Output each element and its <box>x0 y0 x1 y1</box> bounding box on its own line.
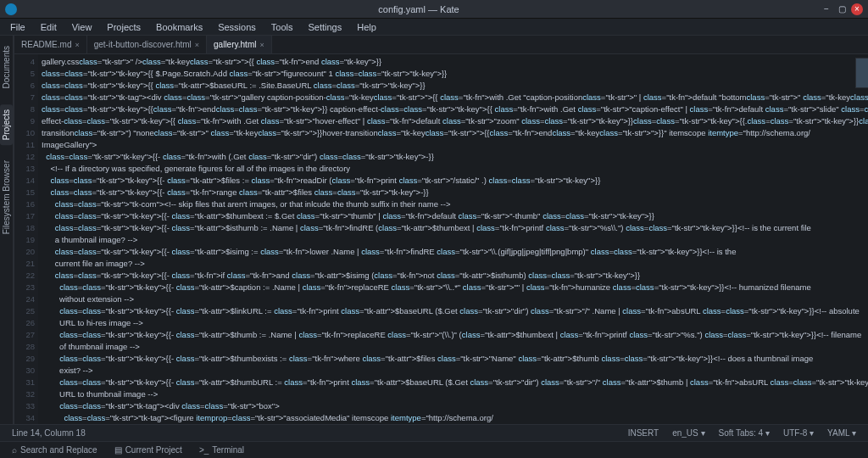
locale-selector[interactable]: en_US ▾ <box>665 428 711 438</box>
maximize-button[interactable]: ▢ <box>836 3 848 15</box>
window-title: config.yaml — Kate <box>17 4 821 14</box>
tab-close-icon[interactable]: × <box>259 41 264 49</box>
filetype-selector[interactable]: YAML ▾ <box>821 428 863 438</box>
bottom-tab-search-and-replace[interactable]: ⌕Search and Replace <box>5 444 104 456</box>
menu-file[interactable]: File <box>3 20 32 34</box>
menubar: FileEditViewProjectsBookmarksSessionsToo… <box>0 19 868 36</box>
menu-edit[interactable]: Edit <box>34 20 64 34</box>
bottom-tab-terminal[interactable]: >_Terminal <box>192 444 251 456</box>
menu-view[interactable]: View <box>65 20 99 34</box>
tab[interactable]: README.md× <box>14 36 87 53</box>
tab-close-icon[interactable]: × <box>75 41 79 49</box>
close-button[interactable]: × <box>851 3 863 15</box>
rail-tab-projects[interactable]: Projects <box>0 104 13 145</box>
tab-close-icon[interactable]: × <box>195 41 199 49</box>
bottom-tab-current-project[interactable]: ▤Current Project <box>108 444 189 456</box>
app-icon <box>5 3 17 15</box>
left-toolview-rail: DocumentsProjectsFilesystem Browser <box>0 36 14 424</box>
rail-tab-documents[interactable]: Documents <box>0 41 13 94</box>
editor-left[interactable]: 4567891011121314151617181920212223242526… <box>14 54 868 424</box>
tabs-selector[interactable]: Soft Tabs: 4 ▾ <box>712 428 776 438</box>
tab-icon: ⌕ <box>12 445 17 455</box>
encoding-selector[interactable]: UTF-8 ▾ <box>776 428 821 438</box>
menu-help[interactable]: Help <box>350 20 383 34</box>
tab-icon: >_ <box>199 445 209 455</box>
bottom-toolview-bar: ⌕Search and Replace▤Current Project>_Ter… <box>0 441 868 458</box>
minimize-button[interactable]: − <box>821 3 832 15</box>
cursor-position[interactable]: Line 14, Column 18 <box>5 428 92 438</box>
menu-settings[interactable]: Settings <box>301 20 348 34</box>
preview-thumbnail <box>855 58 868 88</box>
menu-projects[interactable]: Projects <box>100 20 147 34</box>
statusbar: Line 14, Column 18 INSERT en_US ▾ Soft T… <box>0 424 868 441</box>
editor-mode[interactable]: INSERT <box>621 428 666 438</box>
tab[interactable]: get-it-button-discover.html× <box>87 36 207 53</box>
rail-tab-filesystem-browser[interactable]: Filesystem Browser <box>0 155 13 239</box>
editor-pane-left: README.md×get-it-button-discover.html×ga… <box>14 36 868 424</box>
tab-icon: ▤ <box>114 445 122 455</box>
tab[interactable]: gallery.html× <box>207 36 272 53</box>
menu-sessions[interactable]: Sessions <box>211 20 263 34</box>
tabbar-left: README.md×get-it-button-discover.html×ga… <box>14 36 868 54</box>
menu-bookmarks[interactable]: Bookmarks <box>149 20 209 34</box>
menu-tools[interactable]: Tools <box>264 20 300 34</box>
titlebar: config.yaml — Kate − ▢ × <box>0 0 868 19</box>
